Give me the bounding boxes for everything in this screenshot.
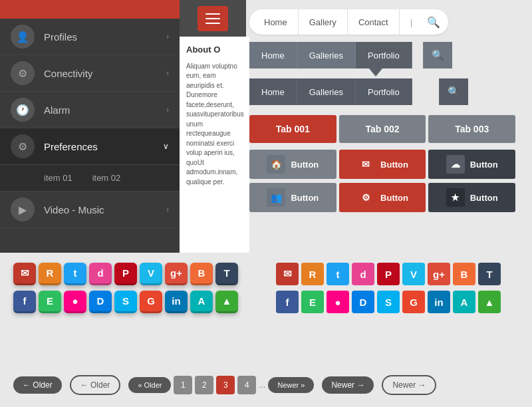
social-icon[interactable]: P	[377, 263, 400, 285]
social-icon[interactable]: V	[140, 263, 162, 285]
social-icon[interactable]: d	[352, 263, 374, 285]
social-icon[interactable]: R	[39, 263, 61, 285]
hamburger-line2	[205, 18, 220, 19]
alarm-icon: 🕐	[11, 98, 35, 122]
social-icon[interactable]: f	[276, 291, 299, 313]
sidebar-item-preferences[interactable]: ⚙ Preferences ∨	[0, 128, 180, 165]
nav3-galleries[interactable]: Galleries	[297, 78, 356, 105]
older-btn-1[interactable]: ← Older	[13, 376, 62, 394]
social-icon[interactable]: f	[13, 291, 36, 313]
nav1-search-icon[interactable]: 🔍	[423, 11, 444, 33]
pag-ellipsis: ...	[259, 380, 265, 390]
conectivity-chevron: ›	[166, 68, 169, 78]
social-icon[interactable]: t	[64, 263, 86, 285]
cloud-icon: ☁	[446, 155, 465, 174]
social-icon[interactable]: in	[428, 291, 450, 313]
sidebar-item-videomusic[interactable]: ▶ Video - Music ›	[0, 192, 180, 228]
button-star[interactable]: ★ Button	[428, 183, 515, 212]
pag-group5: Newer →	[382, 375, 436, 395]
button-users[interactable]: 👥 Button	[249, 183, 336, 212]
hamburger-line1	[205, 13, 220, 15]
newer-btn-3[interactable]: Newer »	[268, 377, 314, 393]
social-row1-left: ✉RtdPVg+BT	[13, 263, 238, 285]
nav3-search-icon[interactable]: 🔍	[439, 78, 468, 105]
button-cloud[interactable]: ☁ Button	[428, 150, 515, 179]
social-icon[interactable]: D	[89, 291, 112, 313]
social-icons-right: ✉RtdPVg+BT fE●DSGinA▲	[276, 263, 501, 313]
social-icon[interactable]: t	[327, 263, 349, 285]
social-icon[interactable]: D	[352, 291, 374, 313]
button-house[interactable]: 🏠 Button	[249, 150, 336, 179]
profiles-icon: 👤	[11, 25, 35, 49]
social-icon[interactable]: A	[190, 291, 213, 313]
sidebar: 👤 Profiles › ⚙ Conectivity › 🕐 Alarm › ⚙…	[0, 0, 180, 253]
videomusic-chevron: ›	[166, 205, 169, 214]
nav1-home[interactable]: Home	[253, 9, 299, 35]
social-icon[interactable]: T	[478, 263, 501, 285]
social-icon[interactable]: T	[215, 263, 238, 285]
button-mail[interactable]: ✉ Button	[339, 150, 426, 179]
nav2-bookmark	[369, 68, 382, 76]
social-icon[interactable]: ✉	[13, 263, 36, 285]
social-icon[interactable]: G	[140, 291, 162, 313]
sidebar-item-profiles[interactable]: 👤 Profiles ›	[0, 19, 180, 55]
tab-001[interactable]: Tab 001	[249, 115, 336, 143]
social-row1-right: ✉RtdPVg+BT	[276, 263, 501, 285]
social-icon[interactable]: E	[39, 291, 61, 313]
social-icon[interactable]: ●	[64, 291, 86, 313]
submenu-item2[interactable]: item 02	[92, 173, 121, 183]
older-btn-3[interactable]: « Older	[128, 377, 171, 393]
star-icon: ★	[446, 188, 465, 207]
nav2-galleries[interactable]: Galleries	[297, 42, 356, 68]
social-icon[interactable]: ▲	[478, 291, 501, 313]
hamburger-panel	[180, 0, 246, 37]
nav1-gallery[interactable]: Gallery	[299, 9, 348, 35]
users-icon: 👥	[267, 188, 285, 207]
social-icon[interactable]: E	[301, 291, 324, 313]
social-icon[interactable]: g+	[428, 263, 450, 285]
pag-group3: « Older 1 2 3 4 ... Newer »	[128, 376, 314, 394]
social-icon[interactable]: B	[453, 263, 475, 285]
pag-num-2[interactable]: 2	[195, 376, 213, 394]
nav3-portfolio[interactable]: Portfolio	[356, 78, 412, 105]
tab-003[interactable]: Tab 003	[428, 115, 515, 143]
pag-num-4[interactable]: 4	[237, 376, 256, 394]
nav2: Home Galleries Portfolio 🔍	[249, 42, 452, 68]
sidebar-item-conectivity[interactable]: ⚙ Conectivity ›	[0, 55, 180, 92]
video-icon: ▶	[11, 198, 35, 221]
social-icon[interactable]: ▲	[215, 291, 238, 313]
nav2-home[interactable]: Home	[249, 42, 297, 68]
newer-btn-5[interactable]: Newer →	[382, 375, 436, 395]
pag-num-1[interactable]: 1	[174, 376, 192, 394]
social-row2-right: fE●DSGinA▲	[276, 291, 501, 313]
submenu-item1[interactable]: item 01	[44, 173, 72, 183]
nav2-search-icon[interactable]: 🔍	[423, 42, 452, 68]
nav3: Home Galleries Portfolio 🔍	[249, 78, 468, 105]
button-gear[interactable]: ⚙ Button	[339, 183, 426, 212]
sidebar-item-alarm[interactable]: 🕐 Alarm ›	[0, 92, 180, 128]
social-icon[interactable]: g+	[165, 263, 188, 285]
social-icon[interactable]: P	[114, 263, 137, 285]
hamburger-button[interactable]	[198, 6, 228, 31]
social-icon[interactable]: G	[402, 291, 425, 313]
social-icon[interactable]: A	[453, 291, 475, 313]
social-icon[interactable]: S	[114, 291, 137, 313]
buttons-row1: 🏠 Button ✉ Button ☁ Button	[249, 150, 515, 179]
tab-002[interactable]: Tab 002	[339, 115, 426, 143]
newer-btn-4[interactable]: Newer →	[322, 376, 374, 394]
nav1-contact[interactable]: Contact	[348, 9, 400, 35]
older-btn-2[interactable]: ← Older	[70, 375, 121, 395]
social-icon[interactable]: d	[89, 263, 112, 285]
social-icon[interactable]: B	[190, 263, 213, 285]
social-icon[interactable]: ✉	[276, 263, 299, 285]
nav2-portfolio[interactable]: Portfolio	[356, 42, 412, 68]
social-icon[interactable]: in	[165, 291, 188, 313]
social-icon[interactable]: R	[301, 263, 324, 285]
social-icon[interactable]: S	[377, 291, 400, 313]
nav3-home[interactable]: Home	[249, 78, 297, 105]
preferences-submenu: item 01 item 02	[0, 165, 180, 192]
pagination-section: ← Older ← Older « Older 1 2 3 4 ... Newe…	[13, 375, 436, 395]
pag-num-3[interactable]: 3	[216, 376, 235, 394]
social-icon[interactable]: V	[402, 263, 425, 285]
social-icon[interactable]: ●	[327, 291, 349, 313]
